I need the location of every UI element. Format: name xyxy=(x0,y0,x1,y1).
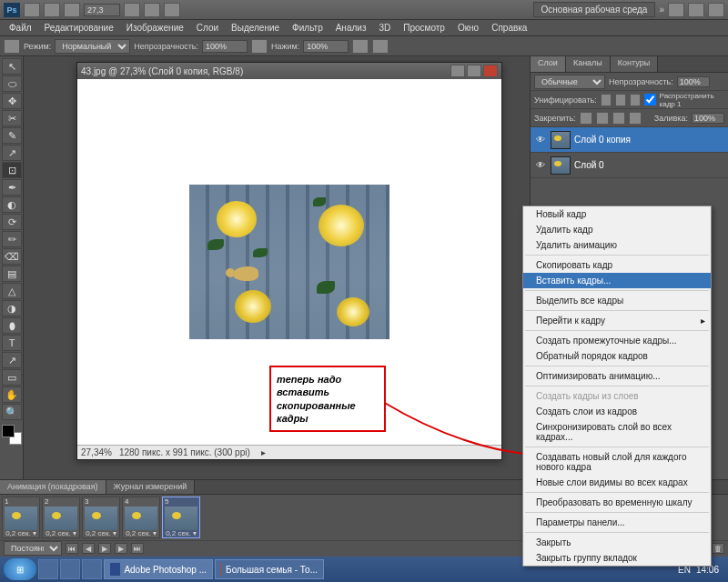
ctx-item[interactable]: Обратный порядок кадров xyxy=(523,348,711,364)
window-max-icon[interactable] xyxy=(688,3,704,17)
last-frame-button[interactable]: ⏭ xyxy=(131,543,144,554)
menu-справка[interactable]: Справка xyxy=(486,21,532,35)
lock-pixels-icon[interactable] xyxy=(596,112,609,125)
taskbar-pin-3[interactable] xyxy=(82,559,102,579)
ctx-item[interactable]: Оптимизировать анимацию... xyxy=(523,368,711,384)
ctx-item[interactable]: Удалить анимацию xyxy=(523,237,711,253)
next-frame-button[interactable]: ▶ xyxy=(115,543,127,554)
anim-frame[interactable]: 10,2 сек. ▾ xyxy=(2,497,40,538)
anim-frame[interactable]: 40,2 сек. ▾ xyxy=(122,497,160,538)
ctx-item[interactable]: Скопировать кадр xyxy=(523,257,711,273)
tool-spot-heal[interactable]: ↗ xyxy=(2,145,22,161)
doc-min-icon[interactable] xyxy=(450,65,465,77)
first-frame-button[interactable]: ⏮ xyxy=(66,543,78,554)
panel-tab-1[interactable]: Каналы xyxy=(566,56,611,72)
ctx-item[interactable]: Создавать новый слой для каждого нового … xyxy=(523,449,711,475)
blend-mode-select[interactable]: Нормальный xyxy=(55,39,130,54)
tool-marquee[interactable]: ⬭ xyxy=(2,75,22,92)
start-button[interactable]: ⊞ xyxy=(4,558,36,580)
ctx-item[interactable]: Создать промежуточные кадры... xyxy=(523,333,711,348)
anim-tab-1[interactable]: Журнал измерений xyxy=(106,480,196,494)
minibridge-icon[interactable] xyxy=(44,3,60,17)
tool-path[interactable]: ⬮ xyxy=(2,317,22,334)
propagate-checkbox[interactable] xyxy=(644,94,656,105)
visibility-icon[interactable]: 👁 xyxy=(534,134,547,146)
menu-анализ[interactable]: Анализ xyxy=(330,21,372,35)
ctx-item[interactable]: Преобразовать во временную шкалу xyxy=(523,495,711,510)
unify-style-icon[interactable] xyxy=(630,94,641,106)
menu-слои[interactable]: Слои xyxy=(191,21,224,35)
taskbar-pin-2[interactable] xyxy=(60,559,80,579)
menu-окно[interactable]: Окно xyxy=(452,21,484,35)
zoom-input[interactable] xyxy=(84,4,120,16)
taskbar-app-browser[interactable]: Большая семья - То... xyxy=(215,559,324,579)
ctx-item[interactable]: Параметры панели... xyxy=(523,515,711,530)
ctx-item[interactable]: Создать слои из кадров xyxy=(523,404,711,419)
tool-move[interactable]: ↖ xyxy=(2,58,22,75)
menu-файл[interactable]: Файл xyxy=(4,21,37,35)
pressure-opacity-icon[interactable] xyxy=(251,39,268,54)
tool-crop[interactable]: ✂ xyxy=(2,110,22,126)
tool-blur[interactable]: ⌫ xyxy=(2,248,22,265)
ctx-item[interactable]: Перейти к кадру xyxy=(523,313,711,328)
delete-frame-button[interactable]: 🗑 xyxy=(712,543,724,554)
menu-редактирование[interactable]: Редактирование xyxy=(39,21,119,35)
tool-dodge[interactable]: ▤ xyxy=(2,266,22,282)
panel-tab-0[interactable]: Слои xyxy=(531,56,566,72)
anim-frame[interactable]: 20,2 сек. ▾ xyxy=(42,497,80,538)
tool-gradient[interactable]: ✏ xyxy=(2,231,22,247)
unify-pos-icon[interactable] xyxy=(601,94,612,106)
fg-color-swatch[interactable] xyxy=(2,425,15,437)
visibility-icon[interactable]: 👁 xyxy=(534,159,547,172)
layer-opacity-input[interactable] xyxy=(677,76,710,87)
layer-row[interactable]: 👁Слой 0 копия xyxy=(531,127,728,153)
tool-3d-cam[interactable]: 🔍 xyxy=(2,404,22,420)
view-extras-icon[interactable] xyxy=(64,3,80,17)
panel-tab-2[interactable]: Контуры xyxy=(611,56,658,72)
ctx-item[interactable]: Закрыть xyxy=(523,535,711,550)
menu-выделение[interactable]: Выделение xyxy=(226,21,285,35)
tool-clone[interactable]: ✒ xyxy=(2,179,22,196)
layer-blend-select[interactable]: Обычные xyxy=(534,75,605,89)
tool-history[interactable]: ◐ xyxy=(2,196,22,213)
ctx-item[interactable]: Новые слои видимы во всех кадрах xyxy=(523,475,711,490)
menu-просмотр[interactable]: Просмотр xyxy=(398,21,450,35)
window-close-icon[interactable] xyxy=(708,3,724,17)
bridge-icon[interactable] xyxy=(24,3,40,17)
tool-rectangle[interactable]: T xyxy=(2,335,22,351)
menu-3d[interactable]: 3D xyxy=(373,21,396,35)
tool-eraser[interactable]: ⟳ xyxy=(2,214,22,230)
prev-frame-button[interactable]: ◀ xyxy=(82,543,95,554)
pressure-size-icon[interactable] xyxy=(372,39,389,54)
ctx-item[interactable]: Синхронизировать слой во всех кадрах... xyxy=(523,419,711,445)
tool-lasso[interactable]: ✥ xyxy=(2,93,22,109)
workspace-button[interactable]: Основная рабочая среда xyxy=(533,2,656,17)
play-button[interactable]: ▶ xyxy=(98,543,111,554)
anim-tab-0[interactable]: Анимация (покадровая) xyxy=(0,480,106,494)
doc-max-icon[interactable] xyxy=(467,65,481,77)
lock-trans-icon[interactable] xyxy=(580,112,592,125)
ctx-item[interactable]: Удалить кадр xyxy=(523,222,711,237)
taskbar-pin-1[interactable] xyxy=(38,559,58,579)
opacity-input[interactable] xyxy=(202,40,248,53)
anim-frame[interactable]: 30,2 сек. ▾ xyxy=(82,497,120,538)
arrange-icon[interactable] xyxy=(144,3,160,17)
layer-fill-input[interactable] xyxy=(692,113,724,124)
taskbar-app-photoshop[interactable]: Adobe Photoshop ... xyxy=(104,559,213,579)
window-min-icon[interactable] xyxy=(668,3,684,17)
ctx-item[interactable]: Выделить все кадры xyxy=(523,293,711,308)
tool-hand[interactable]: ↗ xyxy=(2,352,22,368)
tool-3d[interactable]: ✋ xyxy=(2,386,22,403)
airbrush-icon[interactable] xyxy=(352,39,369,54)
menu-фильтр[interactable]: Фильтр xyxy=(287,21,329,35)
tool-type[interactable]: ◑ xyxy=(2,300,22,316)
screen-mode-icon[interactable] xyxy=(164,3,180,17)
loop-select[interactable]: Постоянно xyxy=(4,541,62,556)
anim-frame[interactable]: 50,2 сек. ▾ xyxy=(162,497,200,538)
tool-zoom[interactable]: ▭ xyxy=(2,369,22,386)
tool-pen[interactable]: △ xyxy=(2,283,22,299)
unify-vis-icon[interactable] xyxy=(615,94,626,106)
tool-eyedropper[interactable]: ✎ xyxy=(2,127,22,144)
ctx-item[interactable]: Вставить кадры... xyxy=(523,273,711,288)
ctx-item[interactable]: Закрыть группу вкладок xyxy=(523,550,711,566)
